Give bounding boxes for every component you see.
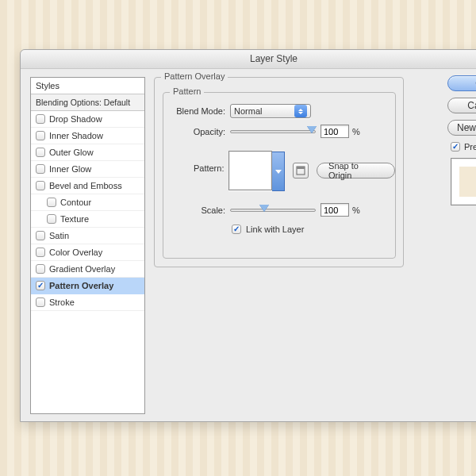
pattern-legend: Pattern	[170, 86, 204, 96]
link-with-layer-label: Link with Layer	[246, 225, 304, 234]
group-legend: Pattern Overlay	[161, 71, 228, 81]
dialog-buttons: OK Cancel New Style... Preview	[447, 75, 476, 205]
styles-header[interactable]: Styles	[31, 78, 144, 94]
scale-label: Scale:	[163, 205, 230, 215]
style-item-pattern-overlay[interactable]: Pattern Overlay	[31, 278, 144, 294]
preview-checkbox[interactable]	[451, 142, 460, 152]
checkbox-icon[interactable]	[36, 114, 45, 124]
style-item-gradient-overlay[interactable]: Gradient Overlay	[31, 261, 144, 278]
opacity-slider[interactable]	[230, 130, 316, 133]
style-label: Bevel and Emboss	[49, 181, 122, 190]
dialog-title: Layer Style	[21, 50, 476, 69]
styles-panel: Styles Blending Options: Default Drop Sh…	[30, 77, 145, 414]
scale-slider[interactable]	[230, 209, 316, 212]
preview-label: Preview	[464, 142, 476, 152]
checkbox-icon[interactable]	[36, 264, 45, 274]
opacity-input[interactable]	[321, 125, 349, 138]
checkbox-icon[interactable]	[36, 131, 45, 140]
style-label: Color Overlay	[49, 248, 102, 257]
pattern-overlay-group: Pattern Overlay Pattern Blend Mode: Norm…	[154, 77, 404, 267]
style-item-satin[interactable]: Satin	[31, 228, 144, 244]
percent-label: %	[352, 205, 360, 215]
style-label: Outer Glow	[49, 148, 94, 157]
opacity-label: Opacity:	[163, 127, 230, 136]
style-label: Satin	[49, 231, 69, 240]
style-label: Inner Glow	[49, 164, 91, 174]
preview-swatch	[451, 158, 476, 205]
pattern-group: Pattern Blend Mode: Normal Opacity:	[163, 92, 396, 259]
ok-button[interactable]: OK	[447, 75, 476, 91]
pattern-swatch-label: Pattern:	[163, 151, 228, 173]
style-item-inner-shadow[interactable]: Inner Shadow	[31, 128, 144, 144]
dropdown-arrow-icon[interactable]	[272, 152, 285, 191]
style-item-contour[interactable]: Contour	[31, 194, 144, 211]
style-label: Contour	[60, 198, 91, 207]
checkbox-icon[interactable]	[36, 298, 45, 307]
pattern-swatch[interactable]	[228, 151, 272, 190]
slider-thumb-icon[interactable]	[259, 205, 269, 212]
checkbox-icon[interactable]	[47, 198, 56, 207]
blend-mode-label: Blend Mode:	[163, 106, 230, 116]
style-label: Drop Shadow	[49, 114, 102, 124]
percent-label: %	[352, 127, 360, 136]
blend-mode-value: Normal	[234, 106, 291, 116]
new-pattern-icon[interactable]	[293, 163, 309, 178]
blending-options-row[interactable]: Blending Options: Default	[31, 94, 144, 111]
checkbox-icon[interactable]	[36, 281, 45, 290]
stepper-icon	[294, 105, 307, 117]
cancel-button[interactable]: Cancel	[447, 98, 476, 113]
style-item-texture[interactable]: Texture	[31, 211, 144, 228]
style-item-inner-glow[interactable]: Inner Glow	[31, 161, 144, 178]
style-item-color-overlay[interactable]: Color Overlay	[31, 244, 144, 261]
blend-mode-select[interactable]: Normal	[230, 104, 311, 118]
style-label: Stroke	[49, 298, 75, 307]
checkbox-icon[interactable]	[36, 181, 45, 190]
checkbox-icon[interactable]	[36, 148, 45, 157]
svg-rect-1	[297, 167, 305, 169]
style-item-bevel-emboss[interactable]: Bevel and Emboss	[31, 178, 144, 194]
layer-style-dialog: Layer Style Styles Blending Options: Def…	[20, 49, 476, 422]
new-style-button[interactable]: New Style...	[447, 120, 476, 136]
style-label: Texture	[60, 214, 89, 224]
style-item-stroke[interactable]: Stroke	[31, 294, 144, 311]
scale-input[interactable]	[321, 203, 349, 217]
checkbox-icon[interactable]	[36, 248, 45, 257]
slider-thumb-icon[interactable]	[307, 126, 317, 133]
style-label: Gradient Overlay	[49, 264, 115, 274]
style-item-drop-shadow[interactable]: Drop Shadow	[31, 111, 144, 128]
style-label: Inner Shadow	[49, 131, 103, 140]
snap-to-origin-button[interactable]: Snap to Origin	[317, 163, 395, 178]
checkbox-icon[interactable]	[47, 214, 56, 224]
checkbox-icon[interactable]	[36, 164, 45, 174]
checkbox-icon[interactable]	[36, 231, 45, 240]
link-with-layer-checkbox[interactable]	[232, 225, 241, 234]
style-label: Pattern Overlay	[49, 281, 113, 290]
style-item-outer-glow[interactable]: Outer Glow	[31, 144, 144, 161]
